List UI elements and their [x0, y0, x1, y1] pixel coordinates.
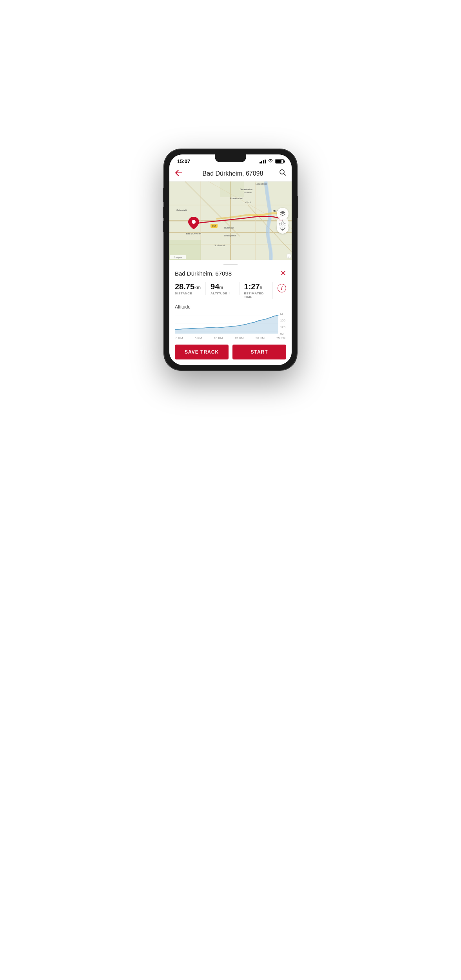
altitude-y-labels: M 150 120 90: [280, 312, 286, 336]
svg-text:Bad Dürkheim: Bad Dürkheim: [186, 232, 201, 235]
altitude-section: Altitude: [175, 304, 286, 340]
close-button[interactable]: ✕: [280, 269, 286, 278]
start-button[interactable]: START: [232, 345, 286, 359]
stat-altitude: 94m ALTITUDE ↑: [211, 282, 239, 295]
altitude-chart: M 150 120 90: [175, 312, 286, 336]
phone-wrapper: 15:07: [164, 149, 297, 370]
volume-up-button: [163, 207, 164, 218]
app-header: Bad Dürkheim, 67098: [169, 166, 292, 181]
search-icon[interactable]: [279, 169, 286, 178]
phone-screen: 15:07: [169, 154, 292, 365]
svg-point-43: [282, 220, 283, 221]
altitude-value: 94m: [211, 282, 234, 291]
panel-header: Bad Dürkheim, 67098 ✕: [175, 269, 286, 278]
svg-text:Frankenthal: Frankenthal: [230, 197, 243, 200]
altitude-section-label: Altitude: [175, 304, 286, 310]
action-buttons: SAVE TRACK START: [175, 345, 286, 359]
wifi-icon: [268, 159, 273, 164]
phone-frame: 15:07: [164, 149, 297, 370]
svg-text:Bobenheim-: Bobenheim-: [240, 188, 252, 191]
drag-handle[interactable]: [223, 264, 238, 265]
notch: [215, 154, 246, 162]
svg-text:Schifferstadt: Schifferstadt: [214, 244, 225, 247]
battery-fill: [276, 160, 281, 163]
cycling-mode-button[interactable]: [277, 217, 289, 229]
time-value: 1:27h: [244, 282, 268, 291]
altitude-x-labels: 0 KM 5 KM 10 KM 15 KM 20 KM 25 KM: [175, 336, 286, 340]
time-label: ESTIMATED TIME: [244, 292, 268, 299]
stat-time: 1:27h ESTIMATED TIME: [244, 282, 273, 299]
svg-text:Limburgerhof: Limburgerhof: [224, 234, 236, 237]
map-area[interactable]: Bad Dürkheim Mannheim Grünstadt Frankent…: [169, 181, 292, 260]
save-track-button[interactable]: SAVE TRACK: [175, 345, 229, 359]
svg-point-0: [280, 170, 284, 174]
svg-text:Mutterstadt: Mutterstadt: [224, 227, 234, 229]
svg-text:Roxheim: Roxheim: [244, 191, 252, 194]
signal-icon: [260, 159, 266, 163]
status-time: 15:07: [177, 158, 190, 164]
svg-text:i: i: [289, 255, 289, 258]
svg-text:© Mapbox: © Mapbox: [174, 256, 182, 259]
stats-row: 28.75km DISTANCE 94m ALTITUDE ↑ 1:27h: [175, 282, 286, 299]
svg-text:Grünstadt: Grünstadt: [176, 209, 187, 211]
svg-text:650: 650: [212, 225, 216, 227]
battery-icon: [275, 159, 284, 163]
volume-down-button: [163, 221, 164, 232]
info-button[interactable]: i: [278, 284, 286, 292]
svg-point-15: [192, 220, 196, 224]
back-button[interactable]: [175, 169, 183, 178]
altitude-label: ALTITUDE ↑: [211, 292, 234, 295]
bottom-panel: Bad Dürkheim, 67098 ✕ 28.75km DISTANCE 9…: [169, 260, 292, 365]
map-svg: Bad Dürkheim Mannheim Grünstadt Frankent…: [169, 181, 292, 260]
panel-title: Bad Dürkheim, 67098: [175, 270, 232, 277]
distance-label: DISTANCE: [175, 292, 201, 295]
distance-value: 28.75km: [175, 282, 201, 291]
stat-distance: 28.75km DISTANCE: [175, 282, 206, 295]
page-title: Bad Dürkheim, 67098: [187, 170, 279, 177]
svg-text:Haßloch: Haßloch: [244, 201, 251, 203]
svg-text:Lampertheim: Lampertheim: [256, 183, 267, 185]
status-icons: [260, 159, 284, 164]
